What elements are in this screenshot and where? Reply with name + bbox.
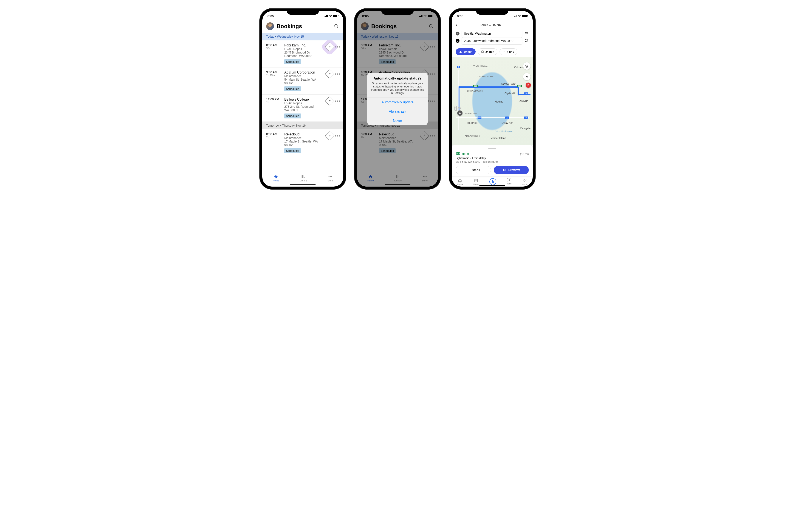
tab-home[interactable]: Home: [273, 174, 279, 182]
svg-point-18: [467, 169, 467, 169]
booking-row[interactable]: 9:30 AM2h 15m Adatum Corporation Mainten…: [263, 68, 343, 95]
mode-car-label: 30 min: [464, 50, 472, 53]
svg-point-20: [467, 171, 467, 171]
layers-icon: [525, 64, 528, 68]
directions-button[interactable]: ↱: [325, 69, 335, 79]
map-marker-a[interactable]: A: [457, 111, 463, 116]
booking-title: Relecloud: [284, 132, 324, 136]
from-input[interactable]: Seattle, Washington: [462, 30, 522, 37]
alert-btn-auto[interactable]: Automatically update: [367, 98, 428, 107]
modal-overlay[interactable]: Automatically update status? Do you want…: [357, 11, 438, 187]
tab-tabs[interactable]: 4Tabs: [507, 178, 511, 186]
directions-button[interactable]: ↱: [325, 42, 335, 52]
alert-dialog: Automatically update status? Do you want…: [367, 73, 428, 125]
route-card[interactable]: 30 min (13 mi) Light traffic · 1 min del…: [452, 145, 532, 176]
alert-btn-never[interactable]: Never: [367, 116, 428, 125]
alert-btn-ask[interactable]: Always ask: [367, 107, 428, 116]
map-label: Kirkland: [514, 66, 524, 69]
walk-icon: [503, 50, 505, 53]
booking-address: 17 Maple St, Seattle, WA: [284, 140, 324, 143]
booking-row[interactable]: 12:00 PM2d Bellows College HVAC Repair 2…: [263, 95, 343, 122]
list-icon: [467, 169, 470, 172]
alert-message: Do you want to automatically update your…: [371, 82, 424, 95]
battery-icon: [522, 15, 527, 17]
booking-list: 8:30 AM30m Fabrikam, Inc. HVAC Repair 23…: [263, 40, 343, 171]
status-badge: Scheduled: [284, 114, 301, 118]
map-viewport[interactable]: VIEW RIDGE Kirkland LAURELHURST Yarrow P…: [452, 57, 532, 145]
booking-subtitle: Maintenance: [284, 136, 324, 140]
tab-more[interactable]: ••• More: [328, 174, 333, 182]
booking-address: 273 2nd St, Redmond,: [284, 105, 324, 108]
traffic-button[interactable]: [523, 73, 530, 80]
alert-title: Automatically update status?: [371, 77, 424, 80]
mode-transit-pill[interactable]: 34 min: [478, 49, 498, 55]
more-icon[interactable]: •••: [335, 72, 341, 77]
library-icon: [301, 174, 306, 179]
map-label: VIEW RIDGE: [473, 64, 487, 67]
filter-icon[interactable]: [524, 32, 529, 36]
layers-button[interactable]: [523, 62, 530, 70]
svg-point-8: [460, 53, 460, 53]
map-label: MT. BAKER: [467, 122, 479, 124]
preview-button[interactable]: Preview: [494, 166, 529, 174]
home-indicator[interactable]: [479, 185, 505, 186]
status-bar: 8:05: [452, 11, 532, 21]
to-input[interactable]: 2345 Birchwood Redmond, WA 98101: [462, 37, 522, 44]
tab-home[interactable]: Home: [457, 178, 463, 186]
section-header-tomorrow: Tomorrow • Thursday, Nov 16: [263, 122, 343, 129]
tabs-icon: 4: [507, 178, 511, 182]
booking-duration: 2h: [266, 136, 282, 139]
tab-news[interactable]: News: [473, 178, 479, 186]
booking-title: Fabrikam, Inc.: [284, 43, 324, 47]
svg-line-1: [337, 27, 338, 28]
svg-point-13: [483, 52, 483, 53]
svg-rect-22: [475, 179, 478, 182]
directions-button[interactable]: ↱: [325, 96, 335, 106]
more-icon[interactable]: •••: [335, 44, 341, 50]
bing-icon: b: [489, 178, 496, 185]
tab-apps[interactable]: Apps: [522, 178, 527, 186]
route-shield: 405: [524, 116, 528, 119]
more-icon[interactable]: •••: [335, 133, 341, 138]
map-label: BEACON HILL: [465, 135, 480, 137]
mode-walk-label: 4 hr 9: [507, 50, 514, 53]
map-label: LAURELHURST: [477, 75, 495, 78]
avatar[interactable]: [266, 22, 274, 30]
bus-icon: [481, 50, 484, 53]
map-label: Yarrow Point: [501, 82, 516, 86]
home-indicator[interactable]: [290, 185, 316, 185]
wifi-icon: [518, 15, 522, 17]
status-badge: Scheduled: [284, 148, 301, 153]
svg-rect-26: [525, 179, 526, 180]
search-icon[interactable]: [333, 23, 339, 29]
page-title: DIRECTIONS: [459, 23, 523, 26]
route-shield: 90: [505, 116, 509, 119]
directions-button[interactable]: ↱: [325, 131, 335, 140]
section-header-today: Today • Wednesday, Nov 15: [263, 33, 343, 40]
clock: 8:05: [268, 14, 274, 18]
map-label: Lake Washington: [495, 130, 513, 132]
drag-handle[interactable]: [488, 148, 496, 149]
more-icon[interactable]: •••: [335, 99, 341, 103]
svg-point-0: [335, 24, 338, 27]
pin-a-icon: A: [456, 32, 459, 36]
booking-title: Bellows College: [284, 98, 324, 101]
mode-car-pill[interactable]: 30 min: [456, 49, 476, 55]
via-text: via I-5 N, WA-520 E · Toll on route: [456, 160, 529, 163]
booking-address: 54 Main St, Seattle, WA: [284, 78, 324, 81]
steps-button[interactable]: Steps: [456, 166, 491, 174]
eye-icon: [503, 169, 507, 172]
apps-icon: [522, 178, 527, 183]
booking-time: 8:30 AM: [266, 43, 282, 47]
tab-bing[interactable]: b: [489, 178, 496, 186]
tab-library[interactable]: Library: [300, 174, 307, 182]
swap-icon[interactable]: [524, 38, 529, 43]
route-shield: 520: [473, 85, 478, 87]
mode-walk-pill[interactable]: 4 hr 9: [500, 49, 517, 55]
svg-rect-28: [525, 181, 526, 182]
booking-row[interactable]: 8:00 AM2h Relecloud Maintenance 17 Maple…: [263, 129, 343, 156]
map-marker-b[interactable]: B: [526, 82, 531, 88]
booking-row[interactable]: 8:30 AM30m Fabrikam, Inc. HVAC Repair 23…: [263, 40, 343, 68]
back-button[interactable]: ‹: [456, 22, 457, 27]
svg-point-14: [504, 51, 504, 51]
